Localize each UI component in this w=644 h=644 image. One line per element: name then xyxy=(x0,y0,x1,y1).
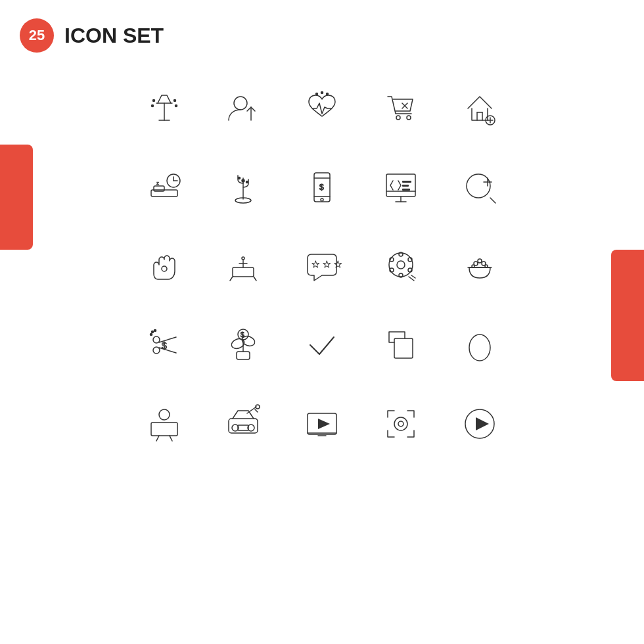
svg-point-44 xyxy=(467,174,490,198)
icon-cell-user-upload xyxy=(207,72,279,145)
svg-point-11 xyxy=(396,116,400,120)
svg-line-51 xyxy=(254,277,256,281)
icon-cell-checkmark xyxy=(286,309,358,381)
icon-cell-medical-add xyxy=(207,230,279,302)
presenter-icon xyxy=(145,404,184,444)
svg-point-8 xyxy=(321,92,323,94)
car-keys-icon xyxy=(223,404,263,444)
icon-cell-film-reel xyxy=(365,230,437,302)
icon-cell-discount: $ xyxy=(128,309,200,381)
icon-cell-play-button xyxy=(444,388,516,460)
add-home-icon xyxy=(460,89,499,128)
cactus-icon xyxy=(223,168,263,207)
icon-cell-hamsa-hand xyxy=(128,230,200,302)
svg-rect-95 xyxy=(238,425,248,430)
svg-rect-43 xyxy=(402,189,410,191)
icon-cell-car-keys xyxy=(207,388,279,460)
svg-point-71 xyxy=(485,265,488,267)
svg-line-96 xyxy=(247,407,256,413)
svg-text:★ ★ ★: ★ ★ ★ xyxy=(311,259,342,269)
icon-cell-food-bowl xyxy=(444,230,516,302)
svg-text:$: $ xyxy=(162,340,167,351)
svg-text:$: $ xyxy=(241,331,244,338)
icon-cell-cactus xyxy=(207,151,279,223)
icon-cell-add-home xyxy=(444,72,516,145)
svg-line-65 xyxy=(411,275,415,278)
svg-point-30 xyxy=(239,177,241,179)
badge-number: 25 xyxy=(20,18,54,53)
discount-icon: $ xyxy=(145,325,184,365)
svg-rect-86 xyxy=(394,338,413,358)
svg-line-50 xyxy=(230,277,233,281)
copy-icon xyxy=(381,325,421,365)
svg-point-35 xyxy=(321,198,323,201)
svg-point-78 xyxy=(152,331,154,333)
heartbeat-icon xyxy=(302,89,342,128)
svg-point-10 xyxy=(327,93,329,95)
icon-cell-mobile-payment: $ xyxy=(286,151,358,223)
code-monitor-icon xyxy=(381,168,421,207)
svg-point-87 xyxy=(469,334,490,361)
icon-cell-video-player xyxy=(286,388,358,460)
svg-line-91 xyxy=(170,436,172,441)
svg-point-29 xyxy=(242,179,244,182)
icon-cell-money-plant: $ xyxy=(207,309,279,381)
food-bowl-icon xyxy=(460,246,499,286)
user-upload-icon xyxy=(223,89,263,128)
sleep-time-icon: z xyxy=(145,168,184,207)
egg-icon xyxy=(460,325,499,365)
svg-rect-42 xyxy=(402,185,409,187)
svg-point-104 xyxy=(398,421,403,426)
svg-rect-49 xyxy=(233,267,254,277)
star-review-icon: ★ ★ ★ xyxy=(302,246,342,286)
svg-point-3 xyxy=(174,100,176,102)
svg-rect-89 xyxy=(151,423,177,436)
svg-line-90 xyxy=(156,436,159,441)
svg-point-48 xyxy=(162,266,167,271)
svg-point-103 xyxy=(394,417,407,430)
svg-point-2 xyxy=(153,100,155,102)
svg-line-98 xyxy=(255,409,258,412)
svg-point-79 xyxy=(154,330,156,332)
svg-rect-41 xyxy=(402,181,411,183)
page-title: ICON SET xyxy=(64,24,164,48)
svg-marker-102 xyxy=(318,419,330,429)
icon-cell-copy xyxy=(365,309,437,381)
svg-point-12 xyxy=(407,116,411,120)
add-bubble-icon xyxy=(460,168,499,207)
icon-grid: z $ xyxy=(128,72,516,460)
checkmark-icon xyxy=(302,325,342,365)
icon-cell-floor-lamp xyxy=(128,72,200,145)
red-decoration-right xyxy=(611,250,644,381)
svg-line-45 xyxy=(490,198,495,203)
svg-line-64 xyxy=(409,277,414,281)
icon-cell-sleep-time: z xyxy=(128,151,200,223)
medical-add-icon xyxy=(223,246,263,286)
camera-focus-icon xyxy=(381,404,421,444)
svg-point-77 xyxy=(150,334,152,336)
svg-text:z: z xyxy=(156,180,159,186)
video-player-icon xyxy=(302,404,342,444)
svg-point-31 xyxy=(246,181,248,183)
svg-point-68 xyxy=(478,259,482,263)
icon-cell-star-review: ★ ★ ★ xyxy=(286,230,358,302)
svg-point-54 xyxy=(242,257,244,260)
icon-cell-add-bubble xyxy=(444,151,516,223)
svg-point-70 xyxy=(472,265,474,267)
svg-text:$: $ xyxy=(319,183,324,192)
icon-cell-egg xyxy=(444,309,516,381)
icon-cell-presenter xyxy=(128,388,200,460)
icon-cell-code-monitor xyxy=(365,151,437,223)
svg-point-5 xyxy=(175,105,177,107)
svg-rect-80 xyxy=(237,352,250,359)
svg-point-4 xyxy=(152,105,154,107)
red-decoration-left-top xyxy=(0,145,33,250)
svg-point-6 xyxy=(234,97,247,110)
play-button-icon xyxy=(460,404,499,444)
mobile-payment-icon: $ xyxy=(302,168,342,207)
money-plant-icon: $ xyxy=(223,325,263,365)
svg-point-88 xyxy=(159,409,170,420)
icon-cell-heartbeat xyxy=(286,72,358,145)
icon-cell-camera-focus xyxy=(365,388,437,460)
hamsa-hand-icon xyxy=(145,246,184,286)
